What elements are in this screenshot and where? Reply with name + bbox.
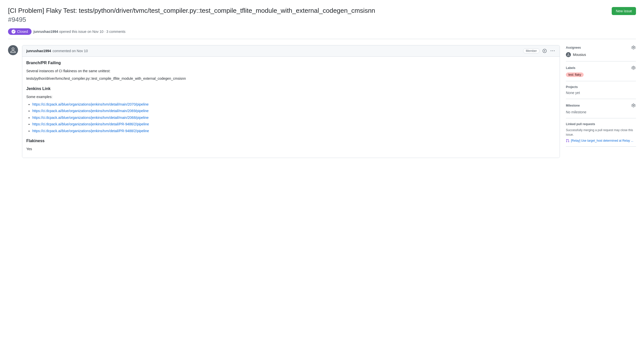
more-options-icon: [551, 49, 555, 53]
new-issue-button[interactable]: New issue: [612, 7, 636, 15]
labels-gear-icon: [631, 66, 635, 70]
labels-gear-button[interactable]: [631, 65, 636, 70]
jenkins-link-3[interactable]: https://ci.tlcpack.ai/blue/organizations…: [32, 116, 149, 120]
assignee-row: Mousius: [566, 52, 636, 57]
linked-pr-section: Linked pull requests Successfully mergin…: [566, 118, 636, 147]
list-item: https://ci.tlcpack.ai/blue/organizations…: [32, 102, 556, 107]
labels-title: Labels: [566, 66, 575, 70]
linked-pr-text: [Relay] Use target_host determined at Re…: [571, 139, 633, 142]
assignee-name[interactable]: Mousius: [573, 53, 586, 57]
assignees-gear-button[interactable]: [631, 45, 636, 50]
pr-icon: [566, 139, 569, 142]
status-text: Closed: [17, 30, 28, 34]
main-content: junrushao1994 commented on Nov 10 Member: [8, 45, 636, 158]
issue-title: [CI Problem] Flaky Test: tests/python/dr…: [8, 6, 384, 24]
assignee-user-icon: [567, 53, 570, 56]
projects-header: Projects: [566, 85, 636, 89]
projects-title: Projects: [566, 85, 578, 89]
section1-text: Several instances of CI flakiness on the…: [26, 68, 556, 74]
section3-title: Flakiness: [26, 139, 556, 143]
assignees-header: Assignees: [566, 45, 636, 50]
section1-title: Branch/PR Failing: [26, 61, 556, 65]
milestone-title: Milestone: [566, 104, 580, 107]
left-panel: junrushao1994 commented on Nov 10 Member: [8, 45, 560, 158]
milestone-header: Milestone: [566, 103, 636, 108]
section1-path: tests/python/driver/tvmc/test_compiler.p…: [26, 76, 556, 81]
check-circle-icon: [12, 30, 16, 34]
author-link[interactable]: junrushao1994: [34, 30, 58, 34]
milestone-none: No milestone: [566, 110, 586, 114]
assignees-gear-icon: [631, 46, 635, 50]
commenter-avatar: [8, 45, 18, 55]
projects-none: None yet: [566, 91, 580, 95]
labels-header: Labels: [566, 65, 636, 70]
comment-author[interactable]: junrushao1994: [26, 49, 51, 53]
right-panel: Assignees Mousius Labels: [566, 45, 636, 147]
jenkins-link-2[interactable]: https://ci.tlcpack.ai/blue/organizations…: [32, 109, 149, 113]
jenkins-link-5[interactable]: https://ci.tlcpack.ai/blue/organizations…: [32, 129, 149, 133]
milestone-gear-button[interactable]: [631, 103, 636, 108]
labels-section: Labels test: flaky: [566, 61, 636, 81]
list-item: https://ci.tlcpack.ai/blue/organizations…: [32, 115, 556, 120]
emoji-reaction-button[interactable]: [542, 48, 548, 54]
assignees-section: Assignees Mousius: [566, 45, 636, 61]
section2-title: Jenkins Link: [26, 87, 556, 91]
jenkins-link-4[interactable]: https://ci.tlcpack.ai/blue/organizations…: [32, 122, 149, 126]
page-header: [CI Problem] Flaky Test: tests/python/dr…: [8, 6, 636, 24]
issue-meta-text: junrushao1994 opened this issue on Nov 1…: [34, 30, 125, 34]
emoji-icon: [543, 49, 547, 53]
status-badge: Closed: [8, 28, 32, 35]
jenkins-link-1[interactable]: https://ci.tlcpack.ai/blue/organizations…: [32, 102, 149, 106]
comment-header-left: junrushao1994 commented on Nov 10: [26, 49, 88, 53]
assignee-avatar: [566, 52, 571, 57]
section3-text: Yes: [26, 146, 556, 152]
user-icon: [10, 47, 17, 54]
linked-pr-desc: Successfully merging a pull request may …: [566, 128, 636, 137]
assignees-title: Assignees: [566, 46, 581, 49]
more-options-button[interactable]: [550, 48, 556, 54]
comment-date: commented on Nov 10: [53, 49, 88, 53]
list-item: https://ci.tlcpack.ai/blue/organizations…: [32, 108, 556, 114]
comment-header-right: Member: [523, 48, 556, 54]
issue-title-text: [CI Problem] Flaky Test: tests/python/dr…: [8, 7, 375, 14]
linked-pr-title: Linked pull requests: [566, 122, 636, 126]
role-badge: Member: [523, 48, 540, 53]
milestone-section: Milestone No milestone: [566, 99, 636, 118]
header-divider: [8, 39, 636, 39]
comment-box: junrushao1994 commented on Nov 10 Member: [22, 45, 560, 158]
issue-meta: Closed junrushao1994 opened this issue o…: [8, 28, 636, 35]
jenkins-links-list: https://ci.tlcpack.ai/blue/organizations…: [26, 102, 556, 134]
list-item: https://ci.tlcpack.ai/blue/organizations…: [32, 121, 556, 127]
projects-section: Projects None yet: [566, 81, 636, 99]
issue-number: #9495: [8, 16, 26, 23]
milestone-gear-icon: [631, 104, 635, 108]
opened-text: opened this issue on Nov 10: [59, 30, 103, 34]
linked-pr-link[interactable]: [Relay] Use target_host determined at Re…: [566, 139, 636, 142]
list-item: https://ci.tlcpack.ai/blue/organizations…: [32, 128, 556, 134]
comment-body: Branch/PR Failing Several instances of C…: [22, 57, 560, 158]
comments-count: 3 comments: [106, 30, 125, 34]
label-tag[interactable]: test: flaky: [566, 72, 584, 77]
comment-header: junrushao1994 commented on Nov 10 Member: [22, 45, 560, 57]
section2-text: Some examples:: [26, 94, 556, 100]
